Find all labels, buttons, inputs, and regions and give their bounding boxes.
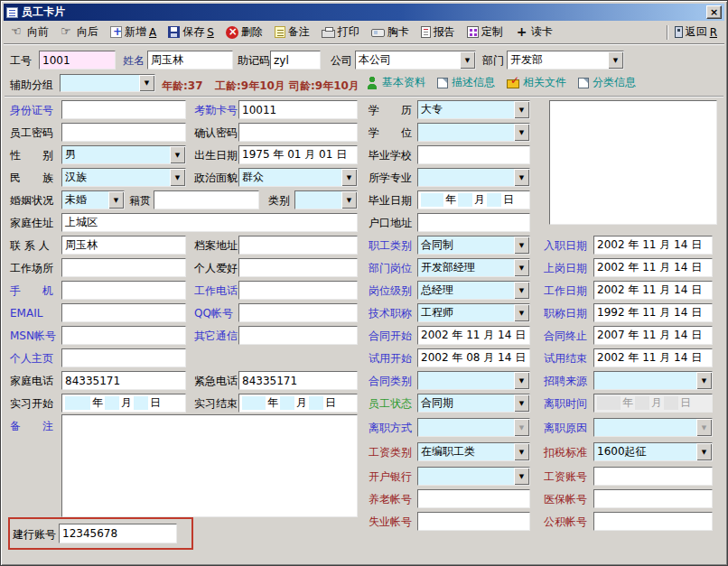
close-button[interactable]: × <box>706 5 722 19</box>
unemployment-account-field[interactable] <box>417 512 530 531</box>
major-dropdown-arrow-icon[interactable]: ▼ <box>514 169 529 186</box>
hobby-field[interactable] <box>238 258 358 277</box>
political-select[interactable]: 群众▼ <box>238 168 358 187</box>
intern-start-date-field[interactable]: 年月日 <box>61 394 186 413</box>
grad-school-field[interactable] <box>417 145 530 164</box>
return-button[interactable]: 返回R <box>672 23 720 41</box>
add-button[interactable]: 新增A <box>107 23 159 41</box>
marital-dropdown-arrow-icon[interactable]: ▼ <box>108 191 124 209</box>
fund-account-field[interactable] <box>593 512 713 531</box>
emp-status-dropdown-arrow-icon[interactable]: ▼ <box>514 394 529 412</box>
id-card-field[interactable] <box>61 100 186 119</box>
home-address-field[interactable]: 上城区 <box>61 213 358 232</box>
aux-group-dropdown-arrow-icon[interactable]: ▼ <box>139 75 154 91</box>
major-select[interactable]: ▼ <box>417 168 530 187</box>
nav-back-button[interactable]: 向后 <box>58 23 101 41</box>
marital-select[interactable]: 未婚▼ <box>61 190 125 209</box>
emp-no-field[interactable]: 1001 <box>39 51 116 70</box>
degree-dropdown-arrow-icon[interactable]: ▼ <box>514 124 529 141</box>
registered-address-field[interactable] <box>417 213 530 232</box>
read-card-button[interactable]: 读卡 <box>512 23 555 41</box>
bank-dropdown-arrow-icon[interactable]: ▼ <box>514 468 529 485</box>
tab-category-info[interactable]: 分类信息 <box>578 75 636 90</box>
native-place-field[interactable] <box>154 190 259 209</box>
education-dropdown-arrow-icon[interactable]: ▼ <box>514 101 529 118</box>
tax-standard-select[interactable]: 1600起征▼ <box>593 442 713 461</box>
report-button[interactable]: 报告 <box>418 23 458 41</box>
department-select[interactable]: 开发部▼ <box>507 51 624 70</box>
tech-title-select[interactable]: 工程师▼ <box>417 303 530 322</box>
tab-related-files[interactable]: 相关文件 <box>507 75 566 90</box>
trial-end-field[interactable]: 2002 年 11 月 14 日 <box>593 348 713 367</box>
salary-category-select[interactable]: 在编职工类▼ <box>417 442 530 461</box>
gender-dropdown-arrow-icon[interactable]: ▼ <box>170 146 185 163</box>
mobile-field[interactable] <box>61 281 186 300</box>
contract-type-select[interactable]: ▼ <box>417 371 530 390</box>
confirm-password-field[interactable] <box>238 123 358 142</box>
political-dropdown-arrow-icon[interactable]: ▼ <box>341 169 357 186</box>
aux-group-select[interactable]: ▼ <box>60 74 155 92</box>
recruit-source-dropdown-arrow-icon[interactable]: ▼ <box>696 372 712 389</box>
nav-forward-button[interactable]: 向前 <box>8 23 51 41</box>
category-dropdown-arrow-icon[interactable]: ▼ <box>341 191 357 209</box>
ccb-account-field[interactable]: 12345678 <box>59 524 177 543</box>
ethnicity-dropdown-arrow-icon[interactable]: ▼ <box>170 169 185 186</box>
home-phone-field[interactable]: 84335171 <box>61 371 186 390</box>
trial-start-field[interactable]: 2002 年 08 月 14 日 <box>417 348 530 367</box>
tax-standard-dropdown-arrow-icon[interactable]: ▼ <box>696 443 712 460</box>
category-select[interactable]: ▼ <box>294 190 358 209</box>
birth-date-field[interactable]: 1975 年 01 月 01 日 <box>238 145 358 164</box>
ethnicity-select[interactable]: 汉族▼ <box>61 168 186 187</box>
dept-position-select[interactable]: 开发部经理▼ <box>417 258 530 277</box>
tab-description-info[interactable]: 描述信息 <box>437 75 495 90</box>
print-button[interactable]: 打印 <box>319 23 362 41</box>
name-field[interactable]: 周玉林 <box>147 51 233 70</box>
department-dropdown-arrow-icon[interactable]: ▼ <box>608 51 623 69</box>
contract-end-field[interactable]: 2007 年 11 月 14 日 <box>593 326 713 345</box>
join-date-field[interactable]: 2002 年 11 月 14 日 <box>593 236 713 255</box>
pension-account-field[interactable] <box>417 489 530 508</box>
education-select[interactable]: 大专▼ <box>417 100 530 119</box>
title-date-field[interactable]: 1992 年 11 月 14 日 <box>593 303 713 322</box>
msn-field[interactable] <box>61 326 186 345</box>
tech-title-dropdown-arrow-icon[interactable]: ▼ <box>514 304 529 321</box>
recruit-source-select[interactable]: ▼ <box>593 371 713 390</box>
customize-button[interactable]: 定制 <box>464 23 506 41</box>
staff-category-dropdown-arrow-icon[interactable]: ▼ <box>514 237 529 254</box>
salary-account-field[interactable] <box>593 467 713 486</box>
mnemonic-field[interactable]: zyl <box>270 51 321 70</box>
post-date-field[interactable]: 2002 年 11 月 14 日 <box>593 258 713 277</box>
contact-field[interactable]: 周玉林 <box>61 236 186 255</box>
remarks-textarea[interactable] <box>61 414 358 517</box>
leave-reason-dropdown-arrow-icon[interactable]: ▼ <box>696 419 712 436</box>
workplace-field[interactable] <box>61 258 186 277</box>
contract-type-dropdown-arrow-icon[interactable]: ▼ <box>514 372 529 389</box>
company-select[interactable]: 本公司▼ <box>355 51 476 70</box>
dept-position-dropdown-arrow-icon[interactable]: ▼ <box>514 259 529 276</box>
badge-button[interactable]: 胸卡 <box>369 23 412 41</box>
degree-select[interactable]: ▼ <box>417 123 530 142</box>
emp-password-field[interactable] <box>61 123 186 142</box>
titlebar[interactable]: 员工卡片 × <box>4 4 724 21</box>
homepage-field[interactable] <box>61 348 186 367</box>
medical-account-field[interactable] <box>593 489 713 508</box>
salary-category-dropdown-arrow-icon[interactable]: ▼ <box>514 443 529 460</box>
work-date-field[interactable]: 2002 年 11 月 14 日 <box>593 281 713 300</box>
leave-mode-select[interactable]: ▼ <box>417 418 530 437</box>
tab-basic-info[interactable]: 基本资料 <box>366 75 425 90</box>
leave-mode-dropdown-arrow-icon[interactable]: ▼ <box>514 419 529 436</box>
qq-field[interactable] <box>238 303 358 322</box>
other-comm-field[interactable] <box>238 326 358 345</box>
note-button[interactable]: 备注 <box>272 23 313 41</box>
email-field[interactable] <box>61 303 186 322</box>
contract-start-field[interactable]: 2002 年 11 月 14 日 <box>417 326 530 345</box>
bank-select[interactable]: ▼ <box>417 467 530 486</box>
work-phone-field[interactable] <box>238 281 358 300</box>
archive-address-field[interactable] <box>238 236 358 255</box>
leave-time-date-field[interactable]: 年月日 <box>593 394 713 413</box>
staff-category-select[interactable]: 合同制▼ <box>417 236 530 255</box>
save-button[interactable]: 保存S <box>165 23 217 41</box>
intern-end-date-field[interactable]: 年月日 <box>238 394 358 413</box>
delete-button[interactable]: 删除 <box>223 23 266 41</box>
post-level-select[interactable]: 总经理▼ <box>417 281 530 300</box>
